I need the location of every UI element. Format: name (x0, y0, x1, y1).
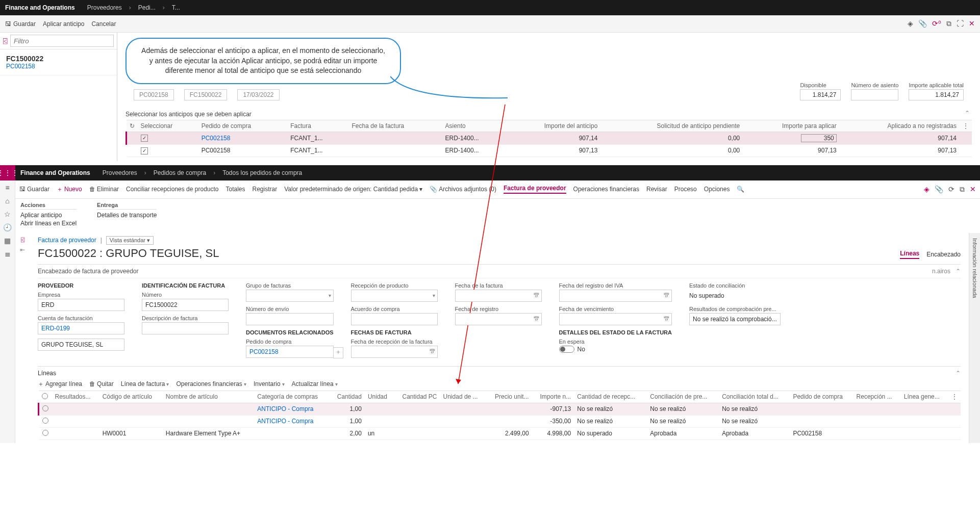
col-recepcion[interactable]: Recepción ... (853, 391, 901, 403)
col-importe[interactable]: Importe n... (532, 391, 574, 403)
col-unidad-de[interactable]: Unidad de ... (440, 391, 487, 403)
save-button[interactable]: 🖫 Guardar (19, 186, 49, 193)
col-aplicado[interactable]: Aplicado a no registradas (840, 120, 960, 132)
app-launcher-icon[interactable]: ⋮⋮⋮ (0, 165, 15, 180)
espera-toggle[interactable]: No (559, 346, 585, 353)
section-collapse-icon[interactable]: ⌃ (965, 110, 980, 117)
row-radio[interactable] (42, 430, 48, 436)
refresh-icon[interactable]: ⟳⁰ (932, 19, 941, 28)
row-checkbox[interactable]: ✓ (141, 147, 148, 154)
tab-lineas[interactable]: Líneas (900, 250, 919, 259)
col-categoria[interactable]: Categoría de compras (254, 391, 330, 403)
field-stub[interactable]: PC002158 (134, 89, 174, 100)
close-icon[interactable]: ✕ (970, 185, 976, 194)
grupo-field[interactable]: GRUPO TEGUISE, SL (38, 339, 124, 351)
comprob-field[interactable]: No se realizó la comprobació... (689, 313, 781, 325)
grupo-fact-dropdown[interactable] (246, 290, 334, 302)
warning-icon[interactable]: ◈ (924, 185, 929, 194)
attachment-icon[interactable]: 📎 (935, 185, 943, 194)
col-importe[interactable]: Importe del anticipo (506, 120, 600, 132)
transporte-link[interactable]: Detalles de transporte (97, 212, 157, 219)
col-nombre[interactable]: Nombre de artículo (163, 391, 255, 403)
col-factura[interactable]: Factura (287, 120, 348, 132)
fecha-fact-field[interactable] (455, 290, 542, 302)
envio-field[interactable] (246, 313, 334, 325)
col-pedido[interactable]: Pedido de compra (790, 391, 853, 403)
breadcrumb-item[interactable]: Proveedores (85, 4, 124, 11)
registrar-button[interactable]: Registrar (253, 186, 278, 193)
tab-opciones[interactable]: Opciones (704, 186, 730, 193)
aplicar-anticipo-link[interactable]: Aplicar anticipo (20, 212, 77, 219)
cell-pedido[interactable]: PC002158 (198, 132, 288, 144)
linea-factura-dropdown[interactable]: Línea de factura (121, 380, 169, 387)
more-icon[interactable]: ⋮ (951, 393, 958, 400)
col-precio[interactable]: Precio unit... (486, 391, 532, 403)
breadcrumb-item[interactable]: Pedi... (136, 4, 158, 11)
recep-dropdown[interactable] (351, 290, 438, 302)
col-pendiente[interactable]: Solicitud de anticipo pendiente (600, 120, 743, 132)
search-icon[interactable]: 🔍 (737, 186, 744, 193)
col-fecha[interactable]: Fecha de la factura (349, 120, 442, 132)
close-icon[interactable]: ✕ (969, 19, 975, 28)
recep-fecha-field[interactable] (351, 346, 438, 358)
apply-prepayment-button[interactable]: Aplicar anticipo (43, 20, 84, 28)
list-item[interactable]: FC1500022 PC002158 (0, 49, 117, 75)
home-icon[interactable]: ⌂ (5, 197, 9, 205)
row-radio[interactable] (42, 418, 48, 424)
filter-input[interactable] (10, 35, 114, 47)
invoice-header-expander[interactable]: Encabezado de factura de proveedor n.air… (38, 264, 961, 278)
list-icon[interactable]: ≣ (5, 250, 11, 258)
cell-aplicar[interactable]: 350 (743, 132, 839, 144)
attachment-icon[interactable]: 📎 (918, 19, 927, 28)
tab-revisar[interactable]: Revisar (646, 186, 667, 193)
col-aplicar[interactable]: Importe para aplicar (743, 120, 839, 132)
col-cantidad-pc[interactable]: Cantidad PC (394, 391, 440, 403)
cuenta-field[interactable]: ERD-0199 (38, 322, 124, 334)
abrir-excel-link[interactable]: Abrir líneas en Excel (20, 220, 77, 227)
refresh-column-icon[interactable]: ↻ (130, 122, 135, 130)
acuerdo-field[interactable] (351, 313, 438, 325)
iva-field[interactable] (559, 290, 672, 302)
filter-icon[interactable]: ⍃ (3, 37, 7, 45)
col-unidad[interactable]: Unidad (365, 391, 394, 403)
fecha-reg-field[interactable] (455, 313, 542, 325)
asiento-value[interactable] (851, 89, 898, 100)
add-line-button[interactable]: ＋ Agregar línea (38, 380, 82, 388)
menu-icon[interactable]: ≡ (5, 184, 9, 192)
col-asiento[interactable]: Asiento (442, 120, 506, 132)
popout-icon[interactable]: ⧉ (960, 185, 965, 194)
col-pedido[interactable]: Pedido de compra (198, 120, 288, 132)
clock-icon[interactable]: 🕘 (3, 223, 12, 231)
actualizar-dropdown[interactable]: Actualizar línea (292, 380, 338, 387)
col-conc-total[interactable]: Conciliación total d... (719, 391, 790, 403)
select-all-radio[interactable] (42, 393, 48, 399)
tab-encabezado[interactable]: Encabezado (926, 251, 961, 258)
col-conc-pre[interactable]: Conciliación de pre... (647, 391, 719, 403)
lines-expander[interactable]: Líneas ⌃ (38, 366, 961, 378)
inventario-dropdown[interactable]: Inventario (254, 380, 285, 387)
fullscreen-icon[interactable]: ⛶ (957, 19, 964, 28)
warning-icon[interactable]: ◈ (908, 19, 913, 28)
field-stub[interactable]: FC1500022 (184, 89, 228, 100)
empresa-field[interactable]: ERD (38, 299, 124, 311)
col-resultados[interactable]: Resultados... (52, 391, 99, 403)
tab-finops[interactable]: Operaciones financieras (573, 186, 639, 193)
breadcrumb-item[interactable]: T... (170, 4, 182, 11)
more-column-icon[interactable]: ⋮ (963, 122, 969, 130)
popout-icon[interactable]: ⧉ (946, 19, 951, 28)
numero-field[interactable]: FC1500022 (142, 299, 229, 311)
collapse-icon[interactable]: ⇤ (20, 246, 25, 253)
new-button[interactable]: ＋Nuevo (57, 185, 82, 194)
remove-line-button[interactable]: 🗑 Quitar (89, 380, 114, 387)
venc-field[interactable] (559, 313, 672, 325)
col-cant-recepc[interactable]: Cantidad de recepc... (574, 391, 647, 403)
col-cantidad[interactable]: Cantidad (330, 391, 365, 403)
view-dropdown[interactable]: Vista estándar ▾ (106, 236, 154, 245)
row-radio[interactable] (42, 405, 48, 411)
breadcrumb-item[interactable]: Todos los pedidos de compra (220, 169, 304, 176)
breadcrumb-item[interactable]: Pedidos de compra (152, 169, 208, 176)
crumb-link[interactable]: Factura de proveedor (38, 237, 96, 244)
tab-factura-proveedor[interactable]: Factura de proveedor (504, 185, 566, 194)
conciliar-button[interactable]: Conciliar recepciones de producto (126, 186, 218, 193)
field-stub[interactable]: 17/03/2022 (237, 89, 279, 100)
